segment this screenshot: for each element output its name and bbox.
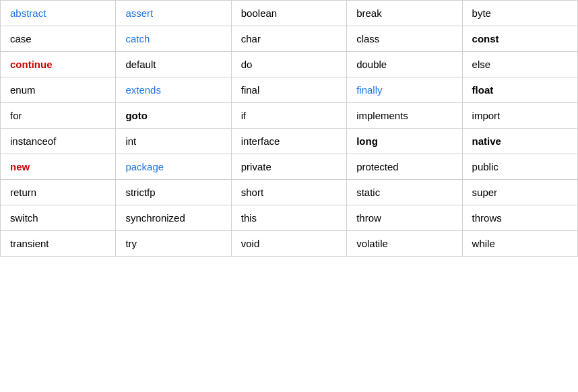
- keyword-label: catch: [125, 33, 150, 44]
- keyword-label: char: [241, 33, 261, 44]
- keyword-label: transient: [10, 238, 49, 249]
- table-cell: throw: [347, 205, 462, 231]
- keyword-label: public: [472, 161, 499, 172]
- keyword-label: super: [472, 187, 498, 198]
- keyword-label: implements: [356, 110, 408, 121]
- keyword-label: try: [125, 238, 137, 249]
- keyword-label: return: [10, 187, 36, 198]
- table-cell: for: [1, 103, 116, 129]
- table-cell: assert: [116, 1, 231, 26]
- table-cell: this: [231, 205, 346, 231]
- keyword-label: interface: [241, 135, 280, 147]
- keyword-label: synchronized: [125, 212, 185, 224]
- keyword-label: byte: [472, 7, 491, 19]
- keyword-label: private: [241, 161, 271, 172]
- keyword-label: throw: [356, 212, 381, 224]
- table-cell: instanceof: [1, 129, 116, 154]
- table-row: forgotoifimplementsimport: [1, 103, 578, 129]
- table-row: newpackageprivateprotectedpublic: [1, 154, 578, 180]
- table-cell: finally: [347, 77, 462, 103]
- table-cell: interface: [231, 129, 346, 154]
- keyword-label: double: [356, 59, 387, 70]
- table-cell: long: [347, 129, 462, 154]
- keyword-label: static: [356, 187, 380, 198]
- keyword-label: long: [356, 135, 378, 147]
- table-cell: package: [116, 154, 231, 180]
- table-cell: super: [462, 180, 577, 205]
- keyword-label: default: [125, 59, 156, 70]
- keyword-label: switch: [10, 212, 38, 224]
- keyword-label: while: [472, 238, 495, 249]
- keyword-label: protected: [356, 161, 399, 172]
- table-cell: float: [462, 77, 577, 103]
- table-cell: transient: [1, 231, 116, 257]
- table-cell: catch: [116, 26, 231, 52]
- table-row: enumextendsfinalfinallyfloat: [1, 77, 578, 103]
- table-cell: throws: [462, 205, 577, 231]
- table-cell: public: [462, 154, 577, 180]
- table-cell: case: [1, 26, 116, 52]
- table-cell: extends: [116, 77, 231, 103]
- table-cell: while: [462, 231, 577, 257]
- table-cell: return: [1, 180, 116, 205]
- table-cell: char: [231, 26, 346, 52]
- table-cell: byte: [462, 1, 577, 26]
- table-cell: synchronized: [116, 205, 231, 231]
- keyword-label: this: [241, 212, 257, 224]
- keyword-label: finally: [356, 84, 382, 96]
- keyword-label: if: [241, 110, 247, 121]
- table-cell: boolean: [231, 1, 346, 26]
- keyword-label: continue: [10, 59, 53, 70]
- keyword-label: void: [241, 238, 260, 249]
- keyword-label: for: [10, 110, 22, 121]
- keyword-label: enum: [10, 84, 36, 96]
- table-cell: default: [116, 52, 231, 77]
- table-cell: final: [231, 77, 346, 103]
- keyword-label: throws: [472, 212, 502, 224]
- table-cell: import: [462, 103, 577, 129]
- table-row: casecatchcharclassconst: [1, 26, 578, 52]
- table-cell: continue: [1, 52, 116, 77]
- keyword-label: break: [356, 7, 382, 19]
- keyword-label: extends: [125, 84, 161, 96]
- table-cell: break: [347, 1, 462, 26]
- table-cell: int: [116, 129, 231, 154]
- keyword-label: new: [10, 161, 30, 172]
- table-cell: if: [231, 103, 346, 129]
- table-row: continuedefaultdodoubleelse: [1, 52, 578, 77]
- keyword-label: native: [472, 135, 501, 147]
- keywords-table: abstractassertbooleanbreakbytecasecatchc…: [0, 0, 578, 257]
- keyword-label: abstract: [10, 7, 46, 19]
- table-cell: else: [462, 52, 577, 77]
- keyword-label: class: [356, 33, 379, 44]
- keyword-label: else: [472, 59, 491, 70]
- table-cell: double: [347, 52, 462, 77]
- table-cell: static: [347, 180, 462, 205]
- keyword-label: instanceof: [10, 135, 56, 147]
- table-cell: enum: [1, 77, 116, 103]
- table-cell: try: [116, 231, 231, 257]
- table-cell: do: [231, 52, 346, 77]
- table-row: returnstrictfpshortstaticsuper: [1, 180, 578, 205]
- table-cell: abstract: [1, 1, 116, 26]
- keyword-label: const: [472, 33, 499, 44]
- keyword-label: short: [241, 187, 263, 198]
- keyword-label: int: [125, 135, 136, 147]
- keyword-label: assert: [125, 7, 153, 19]
- table-cell: private: [231, 154, 346, 180]
- keyword-label: goto: [125, 110, 147, 121]
- keyword-label: boolean: [241, 7, 277, 19]
- keyword-label: final: [241, 84, 260, 96]
- keyword-label: float: [472, 84, 494, 96]
- keywords-table-container: abstractassertbooleanbreakbytecasecatchc…: [0, 0, 578, 392]
- keyword-label: import: [472, 110, 501, 121]
- table-cell: goto: [116, 103, 231, 129]
- table-cell: const: [462, 26, 577, 52]
- table-cell: switch: [1, 205, 116, 231]
- table-cell: short: [231, 180, 346, 205]
- table-cell: void: [231, 231, 346, 257]
- keyword-label: strictfp: [125, 187, 155, 198]
- keyword-label: volatile: [356, 238, 388, 249]
- keyword-label: case: [10, 33, 32, 44]
- table-cell: strictfp: [116, 180, 231, 205]
